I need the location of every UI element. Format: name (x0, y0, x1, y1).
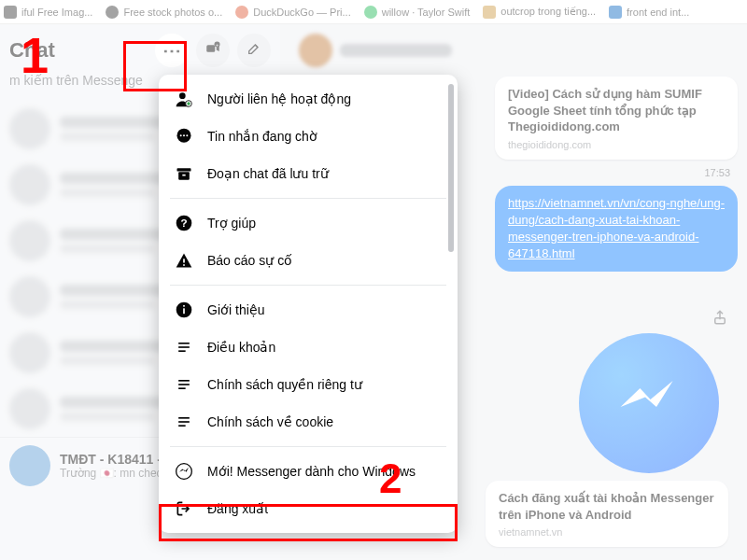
menu-item-label: Chính sách quyền riêng tư (207, 377, 362, 392)
card-domain: thegioididong.com (508, 139, 725, 150)
compose-button[interactable] (237, 34, 271, 67)
svg-point-10 (186, 134, 188, 136)
options-menu: Người liên hệ hoạt động Tin nhắn đang ch… (159, 75, 458, 533)
svg-rect-0 (206, 45, 215, 52)
menu-item-active-contacts[interactable]: Người liên hệ hoạt động (159, 80, 458, 118)
video-icon: + (204, 40, 221, 61)
message-bubble[interactable]: https://vietnamnet.vn/vn/cong-nghe/ung-d… (495, 186, 738, 273)
svg-rect-13 (182, 175, 185, 176)
svg-point-8 (180, 134, 182, 136)
svg-rect-19 (183, 308, 185, 314)
chat-header[interactable] (299, 34, 738, 67)
archive-icon (174, 163, 194, 184)
bookmark-item[interactable]: front end int... (609, 6, 689, 19)
svg-rect-16 (183, 259, 185, 262)
svg-rect-17 (183, 264, 185, 266)
menu-item-report[interactable]: Báo cáo sự cố (159, 242, 458, 279)
menu-item-privacy[interactable]: Chính sách quyền riêng tư (159, 366, 458, 403)
svg-point-4 (179, 92, 186, 99)
menu-item-label: Đoạn chat đã lưu trữ (207, 166, 329, 181)
menu-item-help[interactable]: ?Trợ giúp (159, 204, 458, 242)
annotation-number-1: 1 (21, 26, 49, 84)
person-icon (174, 89, 194, 109)
bookmark-item[interactable]: willow · Taylor Swift (364, 6, 471, 19)
annotation-box-1 (123, 41, 187, 91)
scrollbar[interactable] (448, 84, 454, 252)
share-icon[interactable] (712, 309, 728, 329)
link-preview-card[interactable]: [Video] Cách sử dụng hàm SUMIF Google Sh… (495, 77, 738, 160)
svg-rect-11 (177, 168, 191, 171)
menu-item-label: Báo cáo sự cố (207, 253, 292, 268)
bookmarks-bar: iful Free Imag... Free stock photos o...… (0, 0, 747, 24)
link-preview-card[interactable]: Cách đăng xuất tài khoản Messenger trên … (486, 481, 728, 547)
bookmark-item[interactable]: iful Free Imag... (4, 6, 92, 19)
card-title: Cách đăng xuất tài khoản Messenger trên … (499, 490, 715, 523)
menu-item-about[interactable]: Giới thiệu (159, 291, 458, 329)
menu-item-label: Giới thiệu (207, 302, 265, 317)
compose-icon (247, 41, 261, 60)
annotation-box-2 (159, 504, 458, 541)
bubble-icon (174, 126, 194, 147)
lines-icon (174, 412, 194, 432)
video-call-button[interactable]: + (196, 34, 230, 67)
menu-item-terms[interactable]: Điều khoản (159, 329, 458, 366)
warning-icon (174, 250, 194, 271)
bookmark-item[interactable]: DuckDuckGo — Pri... (235, 6, 351, 19)
bookmark-item[interactable]: outcrop trong tiếng... (483, 6, 596, 19)
messenger-logo-image (579, 333, 719, 473)
menu-item-archived[interactable]: Đoạn chat đã lưu trữ (159, 155, 458, 192)
svg-text:?: ? (180, 217, 187, 229)
menu-item-label: Tin nhắn đang chờ (207, 129, 317, 144)
menu-item-label: Trợ giúp (207, 216, 256, 231)
menu-item-label: Người liên hệ hoạt động (207, 91, 351, 106)
svg-rect-20 (183, 305, 185, 307)
menu-item-message-requests[interactable]: Tin nhắn đang chờ (159, 118, 458, 155)
menu-item-cookies[interactable]: Chính sách về cookie (159, 403, 458, 441)
card-title: [Video] Cách sử dụng hàm SUMIF Google Sh… (508, 86, 725, 135)
svg-point-30 (176, 464, 192, 480)
lines-icon (174, 337, 194, 357)
menu-item-label: Chính sách về cookie (207, 414, 333, 429)
bookmark-item[interactable]: Free stock photos o... (106, 6, 222, 19)
svg-point-6 (187, 102, 190, 105)
messenger-icon (174, 461, 194, 482)
card-domain: vietnamnet.vn (499, 526, 715, 538)
menu-item-messenger-windows[interactable]: Mới! Messenger dành cho Windows (159, 453, 458, 490)
svg-point-9 (183, 134, 185, 136)
menu-item-label: Điều khoản (207, 340, 275, 355)
annotation-number-2: 2 (379, 455, 402, 502)
info-icon (174, 300, 194, 320)
help-icon: ? (174, 213, 194, 233)
svg-text:+: + (216, 42, 218, 48)
lines-icon (174, 374, 194, 395)
